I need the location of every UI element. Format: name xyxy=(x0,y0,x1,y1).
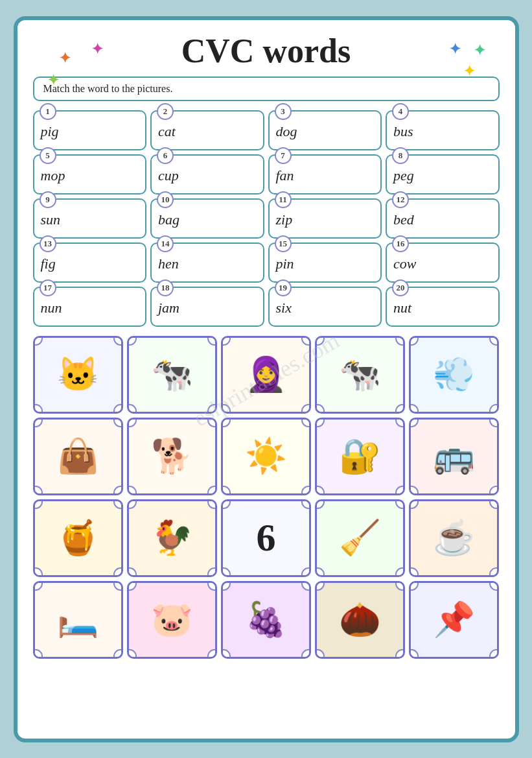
word-number: 4 xyxy=(392,103,409,120)
word-cell: 20nut xyxy=(386,287,500,327)
star-blue: ✦ xyxy=(449,41,461,58)
pic-emoji: ☀️ xyxy=(245,440,287,473)
pic-emoji: ☕ xyxy=(433,521,475,555)
word-number: 3 xyxy=(275,103,292,120)
word-number: 11 xyxy=(275,191,292,208)
picture-cell: 🚌 xyxy=(409,418,499,495)
word-number: 9 xyxy=(40,191,56,208)
word-cell: 12bed xyxy=(386,198,500,239)
word-text: jam xyxy=(156,300,259,316)
pic-emoji: 🛏️ xyxy=(57,603,99,637)
word-text: fig xyxy=(38,255,142,272)
word-text: pig xyxy=(38,123,142,140)
picture-cell: 🐄 xyxy=(127,336,217,414)
word-cell: 16cow xyxy=(386,243,500,283)
star-green: ✦ xyxy=(47,72,59,89)
words-grid: 1pig2cat3dog4bus5mop6cup7fan8peg9sun10ba… xyxy=(33,110,500,327)
word-cell: 13fig xyxy=(33,243,147,283)
picture-cell: 🐄 xyxy=(315,336,405,414)
word-cell: 19six xyxy=(268,287,382,327)
picture-cell: 🌰 xyxy=(315,581,405,659)
word-number: 17 xyxy=(40,279,56,296)
word-cell: 14hen xyxy=(150,243,264,283)
word-number: 18 xyxy=(157,279,174,296)
star-pink: ✦ xyxy=(91,41,103,58)
word-cell: 9sun xyxy=(33,198,147,239)
pic-emoji: 🌰 xyxy=(339,603,381,637)
word-text: nun xyxy=(38,300,142,316)
word-text: cow xyxy=(391,255,494,272)
word-cell: 15pin xyxy=(268,243,382,283)
word-number: 1 xyxy=(40,103,56,120)
picture-cell: 🐓 xyxy=(127,499,217,577)
pic-emoji: 🚌 xyxy=(433,440,475,473)
word-number: 14 xyxy=(157,235,174,252)
pic-emoji: 🐱 xyxy=(57,358,99,392)
word-number: 2 xyxy=(157,103,174,120)
word-cell: 5mop xyxy=(33,154,147,195)
word-text: cup xyxy=(156,167,259,184)
word-number: 15 xyxy=(275,235,292,252)
pic-emoji: 🍇 xyxy=(245,603,287,637)
pic-emoji: 👜 xyxy=(57,440,99,473)
word-text: six xyxy=(273,300,377,316)
word-number: 5 xyxy=(40,147,56,164)
word-text: zip xyxy=(273,211,377,228)
picture-cell: 🧕 xyxy=(221,336,311,414)
pic-emoji: 📌 xyxy=(433,603,475,637)
word-cell: 11zip xyxy=(268,198,382,239)
picture-cell: 🐷 xyxy=(127,581,217,659)
word-number: 8 xyxy=(392,147,409,164)
word-text: nut xyxy=(391,300,494,316)
picture-cell: 👜 xyxy=(33,418,123,495)
word-text: sun xyxy=(38,211,142,228)
pic-emoji: 🧕 xyxy=(245,358,287,392)
word-cell: 1pig xyxy=(33,110,147,150)
word-number: 19 xyxy=(275,279,292,296)
star-teal: ✦ xyxy=(474,42,485,59)
picture-cell: 🔐 xyxy=(315,418,405,495)
title-area: ✦ ✦ ✦ ✦ ✦ ✦ CVC words xyxy=(33,32,500,70)
word-text: dog xyxy=(273,123,377,140)
word-cell: 10bag xyxy=(150,198,264,239)
pic-emoji: 💨 xyxy=(433,358,475,392)
instructions-text: Match the word to the pictures. xyxy=(43,83,173,94)
pic-emoji: 🐄 xyxy=(339,358,381,392)
word-text: bus xyxy=(391,123,494,140)
word-cell: 2cat xyxy=(150,110,264,150)
word-number: 16 xyxy=(392,235,409,252)
word-text: hen xyxy=(156,255,259,272)
word-cell: 17nun xyxy=(33,287,147,327)
word-number: 20 xyxy=(392,279,409,296)
word-text: peg xyxy=(391,167,494,184)
picture-cell: ☕ xyxy=(409,499,499,577)
star-yellow: ✦ xyxy=(463,63,475,80)
pic-emoji: 🐄 xyxy=(151,358,193,392)
pic-emoji: 🐓 xyxy=(151,521,193,555)
pic-emoji: 🧹 xyxy=(339,521,381,555)
worksheet-page: eslprintables.com ✦ ✦ ✦ ✦ ✦ ✦ CVC words … xyxy=(14,16,519,742)
pic-emoji: 🐷 xyxy=(151,603,193,637)
word-text: fan xyxy=(273,167,377,184)
word-text: bed xyxy=(391,211,494,228)
word-cell: 7fan xyxy=(268,154,382,195)
word-text: mop xyxy=(38,167,142,184)
picture-cell: 🛏️ xyxy=(33,581,123,659)
picture-cell: 🐱 xyxy=(33,336,123,414)
instructions-box: Match the word to the pictures. xyxy=(33,77,500,101)
word-cell: 8peg xyxy=(386,154,500,195)
pic-emoji: 🐕 xyxy=(151,440,193,473)
star-orange: ✦ xyxy=(59,50,71,67)
word-cell: 6cup xyxy=(150,154,264,195)
picture-cell: 📌 xyxy=(409,581,499,659)
word-text: cat xyxy=(156,123,259,140)
picture-cell: 🐕 xyxy=(127,418,217,495)
picture-cell: 🍇 xyxy=(221,581,311,659)
word-number: 12 xyxy=(392,191,409,208)
word-number: 7 xyxy=(275,147,292,164)
pic-number: 6 xyxy=(256,515,275,560)
word-text: bag xyxy=(156,211,259,228)
word-number: 10 xyxy=(157,191,174,208)
word-cell: 3dog xyxy=(268,110,382,150)
picture-cell: ☀️ xyxy=(221,418,311,495)
